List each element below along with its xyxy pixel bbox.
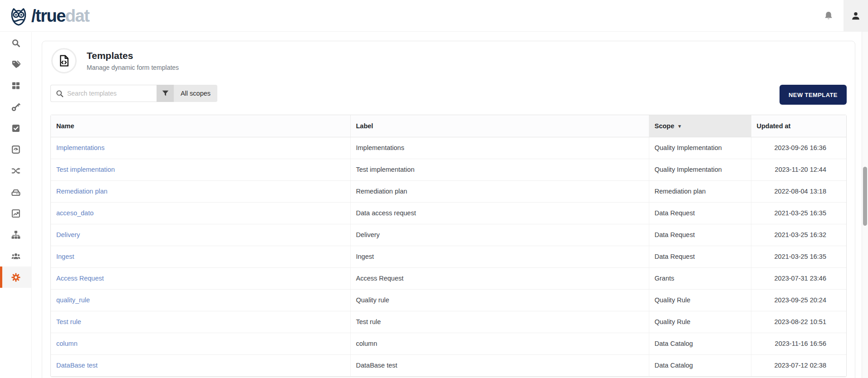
cell-label: Ingest — [350, 246, 649, 267]
cell-name: column — [51, 333, 350, 354]
tags-icon — [11, 60, 20, 69]
search-box — [50, 85, 157, 102]
template-name-link[interactable]: column — [56, 340, 78, 347]
cell-scope: Quality Implementation — [649, 159, 751, 180]
template-name-link[interactable]: Implementations — [56, 144, 104, 151]
cell-scope: Data Request — [649, 202, 751, 224]
cell-name: Ingest — [51, 246, 350, 267]
sidebar — [0, 32, 32, 378]
sidebar-item-key[interactable] — [0, 96, 32, 117]
scrollbar-thumb[interactable] — [863, 167, 867, 226]
cell-label: Remediation plan — [350, 180, 649, 202]
table-row: quality_ruleQuality ruleQuality Rule2023… — [51, 289, 846, 311]
cell-updated_at: 2023-09-25 20:24 — [751, 289, 846, 311]
sidebar-item-check[interactable] — [0, 117, 32, 139]
template-name-link[interactable]: Test implementation — [56, 166, 115, 173]
cell-label: Data access request — [350, 202, 649, 224]
cell-name: Delivery — [51, 224, 350, 246]
column-header-scope[interactable]: Scope▾ — [649, 115, 751, 137]
table-row: acceso_datoData access requestData Reque… — [51, 202, 846, 224]
search-input[interactable] — [51, 85, 157, 102]
cell-scope: Data Request — [649, 246, 751, 267]
cell-label: Access Request — [350, 267, 649, 289]
cell-label: Delivery — [350, 224, 649, 246]
sidebar-item-tags[interactable] — [0, 53, 32, 75]
check-square-icon — [11, 124, 20, 133]
cell-updated_at: 2021-03-25 16:32 — [751, 224, 846, 246]
new-template-button[interactable]: NEW TEMPLATE — [780, 85, 847, 105]
notifications-button[interactable] — [819, 0, 838, 32]
cell-name: Implementations — [51, 137, 350, 159]
template-name-link[interactable]: Remediation plan — [56, 188, 108, 195]
sidebar-item-chart[interactable] — [0, 203, 32, 224]
cell-label: Quality rule — [350, 289, 649, 311]
brand-logo[interactable]: /truedat — [8, 5, 89, 26]
toolbar: All scopes NEW TEMPLATE — [50, 85, 847, 105]
cell-scope: Quality Rule — [649, 289, 751, 311]
table-row: DeliveryDeliveryData Request2021-03-25 1… — [51, 224, 846, 246]
cell-updated_at: 2023-07-31 23:46 — [751, 267, 846, 289]
cell-label: Test rule — [350, 311, 649, 333]
template-name-link[interactable]: Test rule — [56, 318, 81, 325]
cell-scope: Quality Implementation — [649, 137, 751, 159]
template-name-link[interactable]: acceso_dato — [56, 209, 93, 217]
column-header-label[interactable]: Label — [350, 115, 649, 137]
table-row: Remediation planRemediation planRemediat… — [51, 180, 846, 202]
key-icon — [11, 102, 20, 111]
template-name-link[interactable]: Delivery — [56, 231, 80, 238]
sidebar-item-gauge[interactable] — [0, 139, 32, 160]
bell-icon — [824, 11, 834, 21]
user-menu-button[interactable] — [843, 0, 868, 32]
main-content: Templates Manage dynamic form templates — [32, 32, 868, 378]
cell-updated_at: 2023-09-26 16:36 — [751, 137, 846, 159]
users-icon — [11, 252, 20, 261]
hard-drive-icon — [11, 188, 20, 197]
sidebar-item-shuffle[interactable] — [0, 160, 32, 181]
cell-updated_at: 2023-07-12 02:38 — [751, 354, 846, 376]
template-table-body: ImplementationsImplementationsQuality Im… — [51, 137, 846, 376]
sidebar-item-users[interactable] — [0, 245, 32, 267]
cell-updated_at: 2022-08-04 13:18 — [751, 180, 846, 202]
sidebar-item-settings[interactable] — [0, 267, 32, 288]
sidebar-item-sitemap[interactable] — [0, 224, 32, 245]
cell-updated_at: 2021-03-25 16:35 — [751, 202, 846, 224]
cell-scope: Grants — [649, 267, 751, 289]
cell-label: Test implementation — [350, 159, 649, 180]
templates-card: Templates Manage dynamic form templates — [42, 41, 855, 378]
topbar-actions — [819, 0, 868, 32]
table-row: columncolumnData Catalog2023-11-16 16:56 — [51, 333, 846, 354]
cell-name: Remediation plan — [51, 180, 350, 202]
vertical-scrollbar — [862, 32, 868, 378]
cell-scope: Data Request — [649, 224, 751, 246]
cell-label: DataBase test — [350, 354, 649, 376]
search-icon — [11, 39, 20, 48]
filter-button[interactable] — [157, 85, 174, 102]
sort-desc-icon: ▾ — [678, 123, 681, 129]
column-header-updated-at[interactable]: Updated at — [751, 115, 846, 137]
cell-scope: Data Catalog — [649, 354, 751, 376]
cell-updated_at: 2023-11-20 12:44 — [751, 159, 846, 180]
scope-filter-button[interactable]: All scopes — [174, 85, 217, 102]
file-code-icon — [58, 54, 70, 67]
template-name-link[interactable]: Access Request — [56, 275, 104, 282]
shuffle-icon — [11, 166, 20, 175]
grid-icon — [11, 81, 20, 90]
chart-line-icon — [11, 209, 20, 218]
table-row: DataBase testDataBase testData Catalog20… — [51, 354, 846, 376]
page-header-text: Templates Manage dynamic form templates — [87, 50, 179, 71]
funnel-icon — [162, 90, 169, 97]
cell-name: quality_rule — [51, 289, 350, 311]
page-subtitle: Manage dynamic form templates — [87, 64, 179, 71]
page-header: Templates Manage dynamic form templates — [51, 48, 847, 73]
table-row: Access RequestAccess RequestGrants2023-0… — [51, 267, 846, 289]
cell-scope: Quality Rule — [649, 311, 751, 333]
sidebar-item-grid[interactable] — [0, 75, 32, 96]
brand-wordmark: /truedat — [31, 7, 89, 24]
template-name-link[interactable]: Ingest — [56, 253, 74, 260]
cell-scope: Remediation plan — [649, 180, 751, 202]
template-name-link[interactable]: DataBase test — [56, 362, 98, 369]
column-header-name[interactable]: Name — [51, 115, 350, 137]
sidebar-item-search[interactable] — [0, 32, 32, 53]
template-name-link[interactable]: quality_rule — [56, 296, 90, 304]
sidebar-item-drive[interactable] — [0, 181, 32, 203]
